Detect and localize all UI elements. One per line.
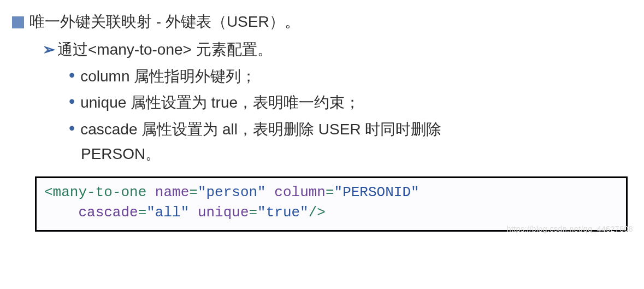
code-attr: name — [155, 184, 189, 200]
code-val: "person" — [198, 184, 266, 200]
code-punct: = — [138, 204, 147, 221]
code-attr: cascade — [78, 204, 138, 221]
bullet-row-2: • unique 属性设置为 true，表明唯一约束； — [69, 91, 628, 115]
subheading-text: 通过<many-to-one> 元素配置。 — [57, 38, 273, 62]
bullet-row-1: • column 属性指明外键列； — [69, 64, 628, 89]
dot-bullet-icon: • — [69, 64, 75, 85]
code-attr: unique — [198, 204, 249, 221]
heading-text: 唯一外键关联映射 - 外键表（USER）。 — [29, 10, 300, 34]
square-bullet-icon — [12, 16, 24, 28]
code-val: "true" — [257, 204, 309, 221]
dot-bullet-icon: • — [69, 91, 75, 111]
watermark-text: https://blog.csdn.net/qq_44627608 — [507, 223, 633, 235]
code-attr: column — [274, 184, 326, 200]
code-val: "PERSONID" — [334, 184, 420, 200]
code-punct: /> — [309, 204, 326, 221]
bullet-row-3: • cascade 属性设置为 all，表明删除 USER 时同时删除 — [69, 117, 628, 142]
code-punct: = — [326, 184, 334, 200]
bullet-row-3-cont: PERSON。 — [81, 142, 628, 167]
bullet-text-2: unique 属性设置为 true，表明唯一约束； — [80, 91, 360, 115]
dot-bullet-icon: • — [69, 117, 75, 138]
bullet-text-3-cont: PERSON。 — [81, 142, 161, 167]
bullet-text-3: cascade 属性设置为 all，表明删除 USER 时同时删除 — [80, 117, 441, 142]
heading-row: 唯一外键关联映射 - 外键表（USER）。 — [12, 10, 628, 34]
code-punct: < — [44, 184, 53, 200]
bullet-text-1: column 属性指明外键列； — [80, 64, 256, 89]
code-punct: = — [249, 204, 258, 221]
arrow-bullet-icon: ➢ — [43, 38, 55, 62]
code-tag: many-to-one — [53, 184, 147, 200]
code-punct: = — [189, 184, 198, 200]
subheading-row: ➢ 通过<many-to-one> 元素配置。 — [43, 38, 628, 62]
code-val: "all" — [146, 204, 189, 221]
